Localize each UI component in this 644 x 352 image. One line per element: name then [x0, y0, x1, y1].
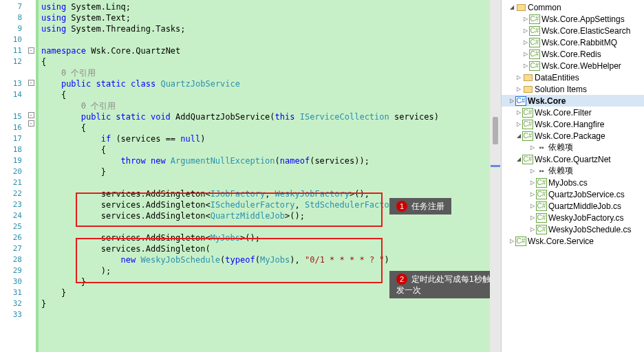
tree-node-quartznet[interactable]: ◢C#Wsk.Core.QuartzNet	[502, 153, 644, 165]
fold-toggle[interactable]: -	[28, 47, 34, 54]
fold-toggle[interactable]: -	[28, 80, 34, 86]
tree-file[interactable]: ▷C#WeskyJobFactory.cs	[502, 212, 644, 223]
tree-node[interactable]: ▷C#Wsk.Core.Service	[502, 235, 644, 247]
tree-node[interactable]: ▷C#Wsk.Core.RabbitMQ	[502, 36, 644, 48]
tree-node[interactable]: ◢C#Wsk.Core.Package	[502, 130, 644, 142]
tree-node[interactable]: ▷C#Wsk.Core.ElasticSearch	[502, 25, 644, 36]
tree-node[interactable]: ▷DataEntities	[502, 72, 644, 83]
tree-node-wskcore[interactable]: ▷C#Wsk.Core	[502, 95, 644, 107]
tree-file[interactable]: ▷C#MyJobs.cs	[502, 177, 644, 188]
solution-explorer[interactable]: ◢Common ▷C#Wsk.Core.AppSettings ▷C#Wsk.C…	[501, 0, 644, 352]
tree-file[interactable]: ▷C#QuartzJobService.cs	[502, 188, 644, 200]
tree-node-common[interactable]: ◢Common	[502, 1, 644, 13]
tree-file[interactable]: ▷C#QuartzMiddleJob.cs	[502, 200, 644, 212]
tree-node[interactable]: ▷Solution Items	[502, 83, 644, 95]
tree-node[interactable]: ▷C#Wsk.Core.AppSettings	[502, 13, 644, 25]
callout-2: 2定时此处写成每1秒触发一次	[389, 271, 501, 298]
tree-node-deps[interactable]: ▷▪▪依赖项	[502, 165, 644, 177]
callout-1: 1任务注册	[389, 198, 451, 214]
line-number-gutter: 78910 111213 141516 17181920 21222324 25…	[0, 0, 26, 352]
tree-node[interactable]: ▷C#Wsk.Core.Filter	[502, 107, 644, 118]
code-area[interactable]: using System.Linq; using System.Text; us…	[39, 0, 501, 352]
scroll-mark	[491, 165, 500, 167]
code-editor[interactable]: 78910 111213 141516 17181920 21222324 25…	[0, 0, 501, 352]
fold-toggle[interactable]: -	[28, 120, 34, 126]
tree-node[interactable]: ▷C#Wsk.Core.Hangfire	[502, 118, 644, 130]
fold-toggle[interactable]: -	[28, 112, 34, 118]
editor-scrollbar[interactable]	[490, 0, 501, 352]
tree-node[interactable]: ▷C#Wsk.Core.WebHelper	[502, 60, 644, 72]
scroll-thumb[interactable]	[493, 117, 498, 144]
tree-node-deps[interactable]: ▷▪▪依赖项	[502, 142, 644, 153]
fold-gutter[interactable]: - - - -	[26, 0, 36, 352]
tree-node[interactable]: ▷C#Wsk.Core.Redis	[502, 48, 644, 60]
tree-file[interactable]: ▷C#WeskyJobSchedule.cs	[502, 223, 644, 235]
